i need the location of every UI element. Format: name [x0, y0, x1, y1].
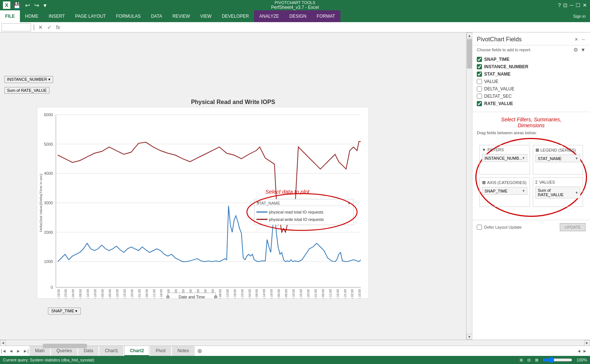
field-checkbox-deltat-sec[interactable]: [477, 94, 482, 99]
sheet-tab-add[interactable]: ⊕: [195, 346, 204, 356]
filters-icon: ▼: [482, 148, 486, 152]
confirm-formula-btn[interactable]: ✓: [46, 24, 53, 30]
tab-insert[interactable]: INSERT: [44, 10, 70, 22]
chart-scrollbar-v[interactable]: ▲ ▼: [466, 32, 472, 340]
svg-text:05/02/2015 18:00: 05/02/2015 18:00: [57, 289, 60, 299]
tab-home[interactable]: HOME: [20, 10, 44, 22]
field-checkbox-instance-number[interactable]: [477, 64, 482, 69]
tab-view[interactable]: VIEW: [195, 10, 217, 22]
sign-in[interactable]: Sign in: [573, 14, 590, 18]
values-dropdown[interactable]: Sum of RATE_VALUE ▾: [535, 187, 581, 198]
snap-time-filter-btn[interactable]: SNAP_TIME ▾: [48, 308, 81, 315]
tab-developer[interactable]: DEVELOPER: [217, 10, 254, 22]
svg-text:06/02/2015 09:00: 06/02/2015 09:00: [79, 289, 82, 299]
svg-text:11/02/2015 09:00: 11/02/2015 09:00: [255, 289, 258, 299]
scroll-right-btn[interactable]: ►: [584, 340, 590, 346]
sheet-tab-pivot[interactable]: Pivot: [150, 346, 171, 356]
tab-scroll-controls: ◄ ►: [574, 349, 590, 354]
formula-input[interactable]: [63, 25, 589, 30]
svg-text:07/02/2015 10:00: 07/02/2015 10:00: [115, 289, 119, 299]
panel-filter-icon[interactable]: ▼: [580, 47, 586, 53]
tab-format[interactable]: FORMAT: [312, 10, 340, 22]
axis-dropdown[interactable]: SNAP_TIME ▾: [482, 187, 527, 195]
formula-sep: |: [32, 24, 35, 31]
scroll-left-btn[interactable]: ◄: [0, 340, 6, 346]
help-btn[interactable]: ?: [558, 2, 561, 8]
svg-point-72: [166, 295, 169, 298]
svg-text:08/02/2015 20:00: 08/02/2015 20:00: [130, 289, 134, 299]
filters-dropdown[interactable]: INSTANCE_NUMB... ▾: [482, 154, 527, 162]
sheet-nav-last[interactable]: ►|: [22, 346, 30, 356]
sheet-nav-first[interactable]: |◄: [0, 346, 7, 356]
view-layout-icon[interactable]: ⊟: [527, 358, 531, 363]
legend-dropdown[interactable]: STAT_NAME ▾: [535, 155, 581, 162]
instance-number-filter[interactable]: INSTANCE_NUMBER ▾: [4, 76, 53, 83]
svg-text:12/02/2015 20:00: 12/02/2015 20:00: [306, 289, 310, 299]
tab-pagelayout[interactable]: PAGE LAYOUT: [70, 10, 111, 22]
title-bar: X 💾 ↩ ↪ ▾ PIVOTCHART TOOLS PerfSheet4_v3…: [0, 0, 590, 10]
field-checkbox-snap-time[interactable]: [477, 57, 482, 62]
pivot-chart-panel: PivotChart Fields ✕ ↔ Choose fields to a…: [472, 32, 590, 340]
cell-ref-input[interactable]: [1, 23, 31, 31]
chart-scrollbar-h[interactable]: ◄ ►: [0, 340, 590, 346]
sheet-nav-next[interactable]: ►: [15, 346, 22, 356]
zoom-slider[interactable]: [543, 357, 572, 363]
view-pagebreak-icon[interactable]: ⊠: [535, 358, 538, 363]
save-btn[interactable]: 💾: [12, 1, 22, 10]
cancel-formula-btn[interactable]: ✕: [37, 24, 44, 30]
filters-value: INSTANCE_NUMB...: [485, 156, 522, 160]
panel-settings-icon[interactable]: ⚙: [573, 47, 578, 53]
svg-text:10/02/2015 23:00: 10/02/2015 23:00: [240, 289, 244, 299]
tab-review[interactable]: REVIEW: [167, 10, 195, 22]
field-checkbox-delta-value[interactable]: [477, 86, 482, 91]
tab-scroll-right[interactable]: ►: [583, 349, 587, 354]
scroll-thumb-h[interactable]: [43, 344, 87, 348]
field-checkbox-value[interactable]: [477, 79, 482, 84]
scroll-thumb-v[interactable]: [467, 39, 472, 69]
field-item-stat-name: STAT_NAME: [477, 70, 586, 78]
field-label-rate-value: RATE_VALUE: [484, 101, 513, 106]
panel-close-btn[interactable]: ✕: [575, 37, 578, 42]
area-filters: ▼ FILTERS INSTANCE_NUMB... ▾: [479, 145, 530, 174]
redo-btn[interactable]: ↪: [33, 1, 41, 10]
svg-text:Date and Time: Date and Time: [179, 295, 205, 299]
undo-btn[interactable]: ↩: [24, 1, 31, 10]
filters-arrow: ▾: [523, 156, 525, 160]
sheet-tab-chart2[interactable]: Chart2: [124, 346, 149, 356]
insert-function-btn[interactable]: fx: [55, 24, 62, 30]
rate-value-filter[interactable]: Sum of RATE_VALUE: [4, 87, 49, 94]
tab-design[interactable]: DESIGN: [284, 10, 312, 22]
defer-checkbox[interactable]: [477, 225, 482, 230]
restore-btn[interactable]: ☐: [576, 2, 580, 8]
legend-icon: ▦: [535, 148, 539, 152]
field-list: SNAP_TIME INSTANCE_NUMBER STAT_NAME VALU…: [472, 54, 590, 109]
field-checkbox-rate-value[interactable]: [477, 101, 482, 106]
panel-resize-btn[interactable]: ↔: [581, 37, 586, 42]
tab-data[interactable]: DATA: [146, 10, 167, 22]
view-normal-icon[interactable]: ⊞: [520, 358, 523, 363]
ribbon-display-btn[interactable]: ⊡: [563, 2, 568, 8]
sheet-tab-notes[interactable]: Notes: [172, 346, 194, 356]
tab-scroll-left[interactable]: ◄: [577, 349, 581, 354]
customize-btn[interactable]: ▾: [42, 1, 48, 10]
chart-svg: 6000 5000 4000 3000 2000 1000 0 Delta(St…: [37, 107, 369, 299]
svg-text:12/02/2015 10:00: 12/02/2015 10:00: [292, 289, 295, 299]
axis-value: SNAP_TIME: [485, 189, 507, 193]
tab-file[interactable]: FILE: [0, 10, 20, 22]
field-item-snap-time: SNAP_TIME: [477, 56, 586, 63]
area-legend-header: ▦ LEGEND (SERIES): [535, 148, 581, 152]
svg-text:3000: 3000: [44, 201, 53, 205]
formula-bar: | ✕ ✓ fx: [0, 22, 590, 32]
tab-analyze[interactable]: ANALYZE: [254, 10, 284, 22]
instance-filter-label: INSTANCE_NUMBER ▾: [7, 77, 51, 82]
scroll-up-btn[interactable]: ▲: [466, 32, 472, 38]
tab-formulas[interactable]: FORMULAS: [111, 10, 146, 22]
scroll-down-btn[interactable]: ▼: [466, 334, 472, 340]
update-button[interactable]: UPDATE: [560, 223, 586, 231]
close-btn[interactable]: ✕: [583, 2, 587, 8]
minimize-btn[interactable]: ─: [570, 2, 573, 8]
sheet-nav-prev[interactable]: ◄: [7, 346, 15, 356]
app-title: PerfSheet4_v3.7 - Excel: [271, 5, 319, 10]
field-checkbox-stat-name[interactable]: [477, 72, 482, 77]
sheet-tab-chart1[interactable]: Chart1: [99, 346, 124, 356]
